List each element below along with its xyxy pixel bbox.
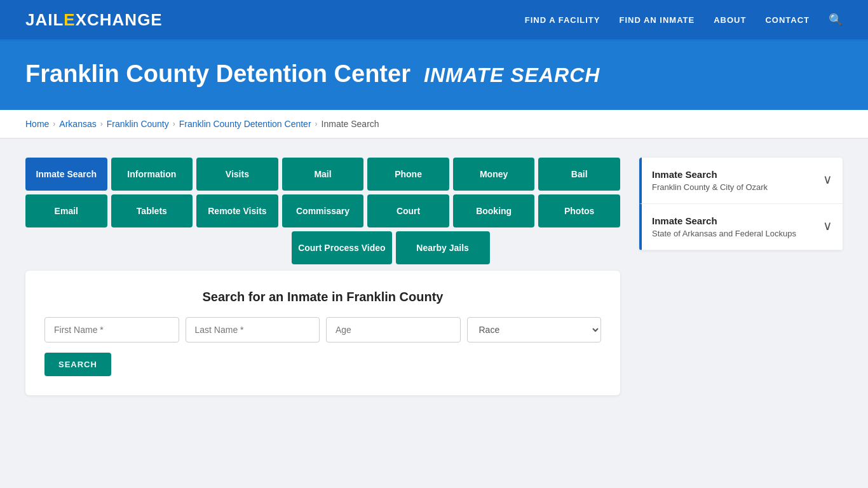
hero-subtitle: INMATE SEARCH bbox=[424, 64, 600, 86]
site-header: JAILEXCHANGE FIND A FACILITY FIND AN INM… bbox=[0, 0, 868, 41]
hero-banner: Franklin County Detention Center INMATE … bbox=[0, 41, 868, 110]
btn-commissary[interactable]: Commissary bbox=[282, 194, 364, 227]
btn-court[interactable]: Court bbox=[367, 194, 449, 227]
sidebar-item-title-1: Inmate Search bbox=[652, 169, 768, 180]
nav-buttons-row1: Inmate Search Information Visits Mail Ph… bbox=[25, 158, 620, 191]
btn-booking[interactable]: Booking bbox=[453, 194, 535, 227]
breadcrumb: Home › Arkansas › Franklin County › Fran… bbox=[25, 119, 843, 129]
breadcrumb-arkansas[interactable]: Arkansas bbox=[59, 119, 96, 129]
nav-find-facility[interactable]: FIND A FACILITY bbox=[525, 15, 600, 25]
breadcrumb-bar: Home › Arkansas › Franklin County › Fran… bbox=[0, 110, 868, 139]
breadcrumb-detention-center[interactable]: Franklin County Detention Center bbox=[179, 119, 311, 129]
last-name-input[interactable] bbox=[186, 317, 320, 342]
first-name-input[interactable] bbox=[44, 317, 179, 342]
age-input[interactable] bbox=[326, 317, 461, 342]
breadcrumb-franklin-county[interactable]: Franklin County bbox=[107, 119, 169, 129]
nav-find-inmate[interactable]: FIND AN INMATE bbox=[619, 15, 695, 25]
btn-inmate-search[interactable]: Inmate Search bbox=[25, 158, 107, 191]
breadcrumb-current: Inmate Search bbox=[322, 119, 379, 129]
sidebar-item-content-2: Inmate Search State of Arkansas and Fede… bbox=[652, 215, 796, 238]
nav-buttons-row2: Email Tablets Remote Visits Commissary C… bbox=[25, 194, 620, 227]
nav-buttons-row3: Court Process Video Nearby Jails bbox=[25, 231, 620, 264]
breadcrumb-home[interactable]: Home bbox=[25, 119, 49, 129]
search-card-title: Search for an Inmate in Franklin County bbox=[44, 290, 601, 304]
right-sidebar: Inmate Search Franklin County & City of … bbox=[639, 158, 843, 395]
search-form-row: Race White Black Hispanic Asian Other bbox=[44, 317, 601, 342]
search-button[interactable]: SEARCH bbox=[44, 353, 111, 376]
chevron-down-icon-1: ∨ bbox=[823, 172, 832, 187]
sidebar-card: Inmate Search Franklin County & City of … bbox=[639, 158, 843, 250]
hero-main-title: Franklin County Detention Center bbox=[25, 60, 410, 87]
left-column: Inmate Search Information Visits Mail Ph… bbox=[25, 158, 620, 395]
btn-mail[interactable]: Mail bbox=[282, 158, 364, 191]
sep4: › bbox=[315, 119, 318, 128]
nav-contact[interactable]: CONTACT bbox=[765, 15, 810, 25]
sidebar-item-content-1: Inmate Search Franklin County & City of … bbox=[652, 169, 768, 192]
btn-information[interactable]: Information bbox=[111, 158, 193, 191]
sidebar-item-sub-1: Franklin County & City of Ozark bbox=[652, 182, 768, 192]
sep2: › bbox=[100, 119, 103, 128]
btn-visits[interactable]: Visits bbox=[196, 158, 278, 191]
btn-tablets[interactable]: Tablets bbox=[111, 194, 193, 227]
main-nav: FIND A FACILITY FIND AN INMATE ABOUT CON… bbox=[525, 13, 843, 27]
btn-nearby-jails[interactable]: Nearby Jails bbox=[396, 231, 490, 264]
btn-money[interactable]: Money bbox=[453, 158, 535, 191]
sidebar-item-franklin-county[interactable]: Inmate Search Franklin County & City of … bbox=[639, 158, 843, 204]
race-select[interactable]: Race White Black Hispanic Asian Other bbox=[467, 317, 602, 342]
btn-photos[interactable]: Photos bbox=[538, 194, 620, 227]
header-search-icon[interactable]: 🔍 bbox=[829, 13, 843, 27]
sidebar-item-title-2: Inmate Search bbox=[652, 215, 796, 226]
sidebar-item-sub-2: State of Arkansas and Federal Lockups bbox=[652, 229, 796, 238]
site-logo[interactable]: JAILEXCHANGE bbox=[25, 10, 163, 30]
btn-remote-visits[interactable]: Remote Visits bbox=[196, 194, 278, 227]
sep3: › bbox=[173, 119, 175, 128]
sidebar-item-arkansas-federal[interactable]: Inmate Search State of Arkansas and Fede… bbox=[639, 204, 843, 250]
search-card: Search for an Inmate in Franklin County … bbox=[25, 271, 620, 395]
btn-email[interactable]: Email bbox=[25, 194, 107, 227]
chevron-down-icon-2: ∨ bbox=[823, 218, 832, 233]
btn-phone[interactable]: Phone bbox=[367, 158, 449, 191]
main-content: Inmate Search Information Visits Mail Ph… bbox=[0, 139, 868, 414]
page-title: Franklin County Detention Center INMATE … bbox=[25, 60, 843, 88]
btn-bail[interactable]: Bail bbox=[538, 158, 620, 191]
nav-about[interactable]: ABOUT bbox=[714, 15, 746, 25]
sep1: › bbox=[53, 119, 55, 128]
btn-court-process-video[interactable]: Court Process Video bbox=[292, 231, 391, 264]
